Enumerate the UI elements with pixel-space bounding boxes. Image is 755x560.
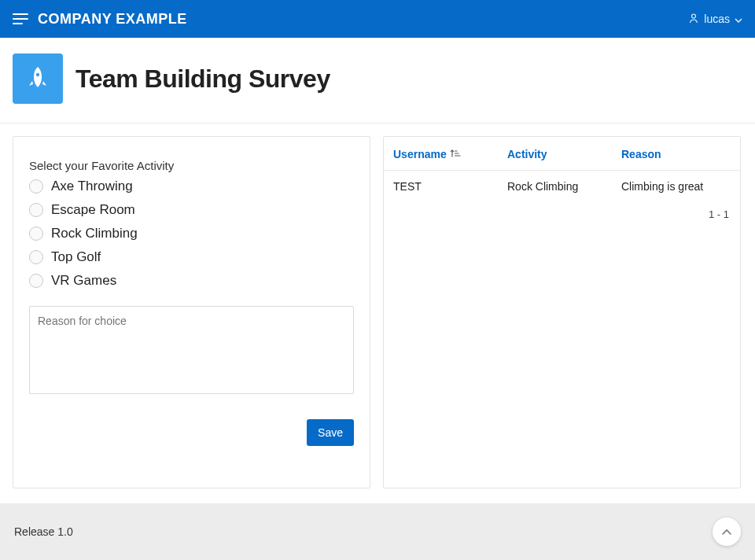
col-username[interactable]: Username: [393, 148, 507, 160]
col-activity-label: Activity: [507, 148, 547, 160]
responses-card: Username Activity Reason TEST Rock Climb…: [383, 136, 741, 488]
radio-label: VR Games: [51, 273, 116, 289]
activity-options: Axe Throwing Escape Room Rock Climbing T…: [29, 179, 354, 289]
radio-icon: [29, 274, 43, 288]
menu-icon[interactable]: [13, 13, 28, 25]
save-button[interactable]: Save: [307, 419, 354, 446]
scroll-top-button[interactable]: [713, 518, 741, 546]
radio-option[interactable]: Axe Throwing: [29, 179, 354, 194]
col-activity[interactable]: Activity: [507, 148, 621, 160]
radio-icon: [29, 179, 43, 193]
brand-name: COMPANY EXAMPLE: [38, 11, 187, 28]
user-name: lucas: [704, 13, 730, 25]
radio-option[interactable]: VR Games: [29, 273, 354, 289]
radio-icon: [29, 250, 43, 264]
cell-username: TEST: [393, 180, 507, 193]
user-icon: [688, 13, 699, 26]
page-title: Team Building Survey: [76, 64, 330, 94]
app-icon: [13, 53, 63, 104]
radio-label: Escape Room: [51, 202, 135, 218]
cell-activity: Rock Climbing: [507, 180, 621, 193]
col-username-label: Username: [393, 148, 447, 160]
page-header: Team Building Survey: [0, 38, 755, 123]
activity-prompt: Select your Favorite Activity: [29, 159, 354, 172]
radio-label: Top Golf: [51, 249, 101, 265]
svg-point-4: [36, 73, 39, 76]
footer: Release 1.0: [0, 503, 755, 560]
radio-option[interactable]: Escape Room: [29, 202, 354, 218]
col-reason-label: Reason: [621, 148, 661, 160]
user-menu[interactable]: lucas: [688, 13, 742, 26]
radio-option[interactable]: Top Golf: [29, 249, 354, 265]
cell-reason: Climbing is great: [621, 180, 731, 193]
release-label: Release 1.0: [14, 525, 73, 538]
chevron-down-icon: [735, 13, 742, 25]
table-row: TEST Rock Climbing Climbing is great: [384, 171, 740, 202]
col-reason[interactable]: Reason: [621, 148, 731, 160]
survey-form-card: Select your Favorite Activity Axe Throwi…: [13, 136, 370, 488]
main-area: Select your Favorite Activity Axe Throwi…: [0, 123, 755, 501]
table-header: Username Activity Reason: [384, 137, 740, 171]
pagination: 1 - 1: [384, 202, 740, 227]
topbar: COMPANY EXAMPLE lucas: [0, 0, 755, 38]
radio-label: Rock Climbing: [51, 226, 138, 241]
reason-input[interactable]: [29, 306, 354, 394]
chevron-up-icon: [721, 528, 732, 536]
radio-icon: [29, 227, 43, 241]
radio-icon: [29, 203, 43, 217]
sort-asc-icon: [450, 148, 461, 160]
pagination-range: 1 - 1: [709, 208, 729, 220]
radio-label: Axe Throwing: [51, 179, 133, 194]
radio-option[interactable]: Rock Climbing: [29, 226, 354, 241]
svg-point-3: [692, 14, 696, 18]
